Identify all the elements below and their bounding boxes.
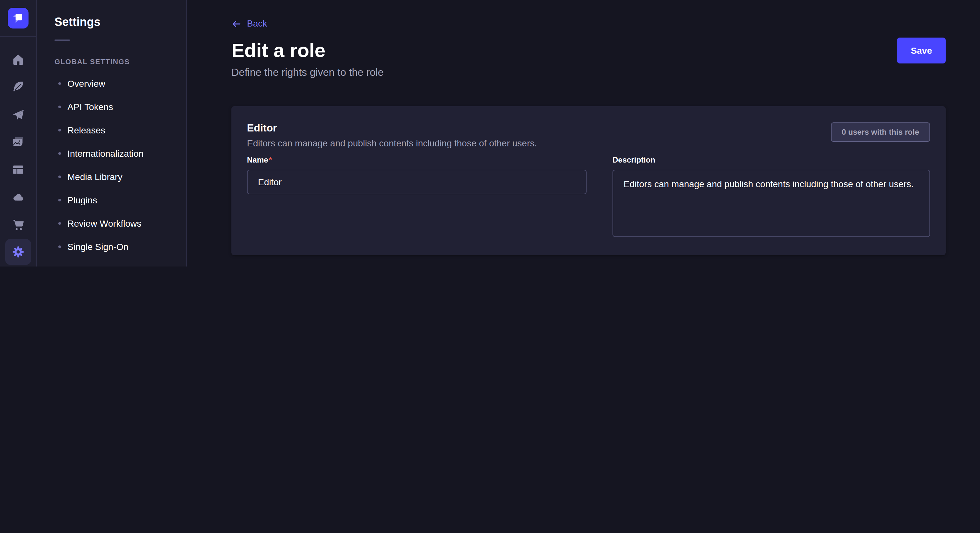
sidebar-item-label: Media Library (67, 171, 123, 182)
nav-media-button[interactable] (5, 129, 31, 155)
page-subtitle: Define the rights given to the role (231, 67, 384, 78)
cart-icon (12, 218, 25, 231)
nav-paper-plane-button[interactable] (5, 102, 31, 127)
sidebar-item-label: Review Workflows (67, 218, 141, 228)
name-input[interactable] (247, 169, 587, 194)
sidebar-item-media-library[interactable]: Media Library (37, 165, 186, 189)
bullet-icon (58, 222, 61, 225)
sidebar-item-single-sign-on[interactable]: Single Sign-On (37, 235, 186, 259)
bullet-icon (58, 199, 61, 201)
sidebar-item-label: Single Sign-On (67, 241, 128, 252)
role-name-heading: Editor (247, 121, 537, 134)
bullet-icon (58, 129, 61, 132)
settings-nav-title: Settings (54, 16, 186, 29)
bullet-icon (58, 176, 61, 178)
home-icon (12, 53, 25, 66)
bullet-icon (58, 82, 61, 85)
paper-plane-icon (12, 108, 25, 121)
required-asterisk: * (269, 155, 272, 164)
nav-cart-button[interactable] (5, 211, 31, 237)
sidebar-item-label: Releases (67, 125, 105, 135)
sidebar-item-label: Overview (67, 78, 105, 89)
title-divider (54, 40, 70, 41)
strapi-logo[interactable] (0, 0, 37, 37)
bullet-icon (58, 246, 61, 248)
role-description-text: Editors can manage and publish contents … (247, 138, 537, 149)
users-with-role-button[interactable]: 0 users with this role (830, 122, 930, 141)
nav-gear-button[interactable] (5, 239, 31, 265)
sidebar-item-label: Transfer Tokens (67, 265, 132, 266)
main-content: Back Edit a role Define the rights given… (187, 0, 980, 266)
feather-icon (12, 80, 25, 93)
settings-nav: Settings GLOBAL SETTINGSOverviewAPI Toke… (37, 0, 187, 266)
settings-nav-sections: GLOBAL SETTINGSOverviewAPI TokensRelease… (37, 58, 186, 266)
sidebar-item-transfer-tokens[interactable]: Transfer Tokens (37, 259, 186, 266)
strapi-logo-icon (8, 8, 29, 29)
sidebar-item-label: Plugins (67, 195, 97, 205)
bullet-icon (58, 152, 61, 155)
sidebar-item-label: API Tokens (67, 102, 113, 112)
sidebar-item-review-workflows[interactable]: Review Workflows (37, 212, 186, 235)
sidebar-item-plugins[interactable]: Plugins (37, 189, 186, 212)
arrow-left-icon (231, 19, 242, 29)
bullet-icon (58, 106, 61, 108)
nav-feather-button[interactable] (5, 74, 31, 100)
sidebar-item-overview[interactable]: Overview (37, 72, 186, 95)
cloud-icon (12, 190, 25, 203)
section-heading-global-settings: GLOBAL SETTINGS (37, 58, 186, 65)
role-details-card: Editor Editors can manage and publish co… (231, 106, 946, 255)
nav-layout-button[interactable] (5, 156, 31, 182)
page-title: Edit a role (231, 40, 384, 60)
back-label: Back (247, 18, 267, 29)
sidebar-item-label: Internationalization (67, 148, 143, 159)
layout-icon (12, 163, 25, 176)
save-button[interactable]: Save (897, 37, 946, 63)
page-header: Edit a role Define the rights given to t… (231, 40, 946, 78)
media-icon (12, 135, 25, 148)
gear-icon (12, 246, 25, 259)
sidebar-item-api-tokens[interactable]: API Tokens (37, 95, 186, 119)
strapi-admin-window: KD Settings GLOBAL SETTINGSOverviewAPI T… (0, 0, 980, 266)
back-link[interactable]: Back (231, 18, 267, 29)
sidebar-item-releases[interactable]: Releases (37, 119, 186, 142)
main-nav-icons (5, 45, 31, 266)
sidebar-item-internationalization[interactable]: Internationalization (37, 142, 186, 165)
name-label: Name* (247, 155, 587, 164)
description-label: Description (612, 155, 930, 164)
nav-cloud-button[interactable] (5, 184, 31, 210)
nav-home-button[interactable] (5, 46, 31, 72)
description-textarea[interactable]: Editors can manage and publish contents … (612, 169, 930, 237)
main-nav: KD (0, 0, 37, 266)
